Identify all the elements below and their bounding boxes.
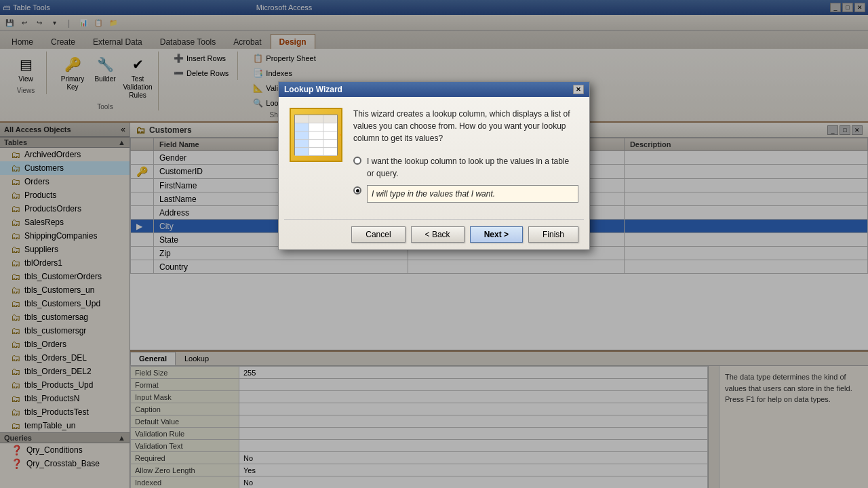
cancel-button[interactable]: Cancel bbox=[351, 226, 405, 243]
radio-option-2[interactable]: I will type in the values that I want. bbox=[353, 185, 578, 203]
dialog-title-controls: ✕ bbox=[573, 85, 584, 94]
radio-label-1: I want the lookup column to look up the … bbox=[367, 155, 578, 180]
next-button[interactable]: Next > bbox=[470, 226, 523, 243]
back-button[interactable]: < Back bbox=[411, 226, 465, 243]
dialog-intro-text: This wizard creates a lookup column, whi… bbox=[353, 108, 578, 144]
dialog-title-text: Lookup Wizard bbox=[284, 85, 342, 94]
finish-button[interactable]: Finish bbox=[528, 226, 578, 243]
radio-btn-1[interactable] bbox=[353, 157, 361, 165]
dialog-text-area: This wizard creates a lookup column, whi… bbox=[353, 108, 578, 208]
wizard-image: ➜ bbox=[290, 108, 342, 162]
dialog-buttons: Cancel < Back Next > Finish bbox=[279, 220, 589, 249]
wizard-arrow-icon: ➜ bbox=[340, 127, 342, 142]
wizard-table-visual bbox=[294, 115, 338, 155]
radio-text-box: I will type in the values that I want. bbox=[367, 185, 578, 203]
dialog-close-button[interactable]: ✕ bbox=[573, 85, 584, 94]
dialog-title-bar: Lookup Wizard ✕ bbox=[279, 82, 589, 97]
dialog-content: ➜ This wizard creates a lookup column, w… bbox=[279, 97, 589, 219]
dialog-overlay: Lookup Wizard ✕ ➜ bbox=[0, 0, 868, 488]
radio-btn-2[interactable] bbox=[353, 186, 361, 195]
radio-option-1[interactable]: I want the lookup column to look up the … bbox=[353, 155, 578, 180]
lookup-wizard-dialog: Lookup Wizard ✕ ➜ bbox=[278, 81, 590, 250]
